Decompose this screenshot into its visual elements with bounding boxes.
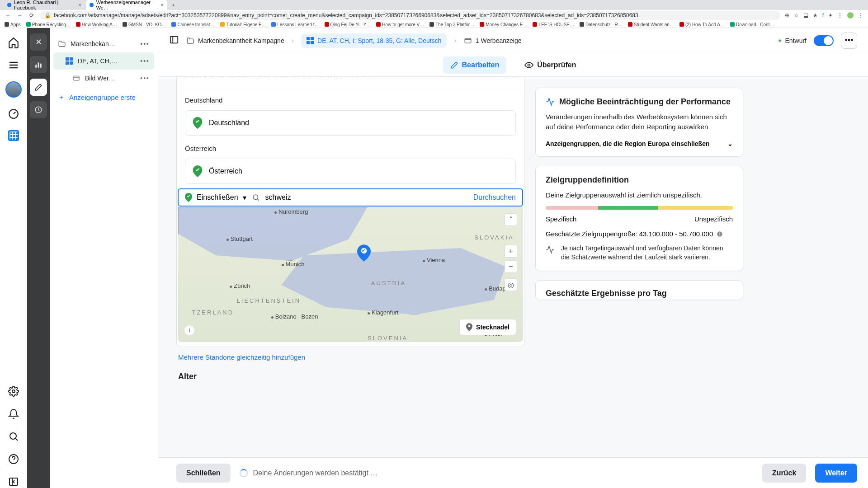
- info-icon[interactable]: i: [717, 231, 723, 237]
- map-zoom-in[interactable]: +: [505, 245, 517, 258]
- bookmark[interactable]: Datenschutz - R…: [580, 22, 623, 27]
- drop-pin-button[interactable]: Stecknadel: [459, 319, 516, 335]
- more-icon[interactable]: •••: [140, 40, 150, 47]
- panel-title: Zielgruppendefinition: [546, 175, 629, 185]
- more-icon[interactable]: •••: [140, 57, 150, 65]
- location-chip[interactable]: Deutschland: [185, 110, 516, 136]
- location-search-input[interactable]: [265, 193, 468, 202]
- breadcrumb-ad[interactable]: 1 Werbeanzeige: [464, 37, 522, 45]
- ext-icon[interactable]: ✦: [828, 12, 833, 19]
- dropdown-people-type[interactable]: Personen, die an diesem Ort wohnen oder …: [177, 77, 524, 87]
- add-adset-button[interactable]: ＋ Anzeigengruppe erste: [53, 87, 154, 108]
- bookmark[interactable]: Chinese translat…: [171, 22, 214, 27]
- map-city-label: Stuttgart: [226, 235, 253, 242]
- map-region: [178, 207, 368, 261]
- browser-tab[interactable]: Werbeanzeigenmanager - We… ×: [86, 0, 167, 10]
- fb-nav-rail: [0, 28, 27, 488]
- tab-review[interactable]: Überprüfen: [517, 56, 583, 74]
- tree-campaign[interactable]: Markenbekan… •••: [53, 35, 154, 52]
- bookmark[interactable]: Apps: [5, 22, 21, 27]
- url-text: facebook.com/adsmanager/manage/adsets/ed…: [54, 12, 638, 19]
- menu-icon[interactable]: ⋮: [858, 12, 863, 19]
- chart-icon[interactable]: [30, 56, 47, 73]
- activity-icon: [546, 245, 555, 254]
- map[interactable]: NurembergStuttgartMunichZürichViennaBolz…: [178, 206, 523, 342]
- home-icon[interactable]: [7, 36, 20, 49]
- status-dot-icon: [778, 39, 782, 42]
- map-info-icon[interactable]: i: [184, 325, 194, 335]
- tab-label: Bearbeiten: [462, 61, 500, 69]
- bookmark[interactable]: (2) How To Add A…: [679, 22, 725, 27]
- crumb-label: 1 Werbeanzeige: [476, 37, 522, 44]
- avatar-icon[interactable]: [847, 12, 854, 19]
- history-icon[interactable]: [30, 101, 47, 118]
- audience-gauge: [546, 206, 733, 210]
- bookmarks-bar: Apps Phone Recycling… How Working A… GMS…: [0, 21, 868, 28]
- breadcrumb-campaign[interactable]: Markenbekanntheit Kampagne: [186, 37, 284, 45]
- bookmark[interactable]: Qing Fei De Yi - Y…: [325, 22, 371, 27]
- more-button[interactable]: •••: [841, 33, 857, 49]
- map-zoom-out[interactable]: −: [505, 260, 517, 273]
- ext-icon[interactable]: ⋮: [837, 12, 843, 19]
- status-label: Entwurf: [785, 37, 807, 44]
- country-label: Deutschland: [177, 92, 524, 108]
- more-icon[interactable]: •••: [140, 75, 150, 82]
- ext-icon[interactable]: f: [822, 12, 824, 19]
- collapse-icon[interactable]: [7, 475, 20, 488]
- bookmark[interactable]: Money Changes E…: [480, 22, 527, 27]
- back-icon[interactable]: ←: [5, 12, 12, 19]
- install-icon[interactable]: ⬓: [803, 12, 808, 19]
- chevron-right-icon: ›: [292, 37, 294, 45]
- help-icon[interactable]: [7, 453, 20, 465]
- browse-button[interactable]: Durchsuchen: [473, 193, 516, 202]
- tab-edit[interactable]: Bearbeiten: [443, 56, 507, 74]
- include-mode-dropdown[interactable]: Einschließen ▾: [185, 193, 246, 202]
- back-button[interactable]: Zurück: [762, 464, 806, 483]
- close-button[interactable]: ✕: [30, 33, 47, 51]
- adset-icon: [65, 57, 73, 65]
- bookmark[interactable]: Download - Cont…: [730, 22, 774, 27]
- bookmark[interactable]: LEE 'S HOUSE…: [533, 22, 574, 27]
- reload-icon[interactable]: ⟳: [28, 12, 35, 19]
- gauge-icon[interactable]: [7, 108, 20, 120]
- close-icon[interactable]: ×: [160, 2, 164, 8]
- close-icon[interactable]: ×: [78, 2, 81, 8]
- bookmark[interactable]: Student Wants an…: [628, 22, 674, 27]
- next-button[interactable]: Weiter: [815, 464, 857, 483]
- tree-label: DE, AT, CH,…: [78, 57, 118, 65]
- bookmark-icon[interactable]: ★: [813, 12, 818, 19]
- search-icon[interactable]: [7, 430, 20, 443]
- publish-toggle[interactable]: [814, 35, 834, 46]
- close-button[interactable]: Schließen: [176, 464, 231, 483]
- gear-icon[interactable]: [7, 385, 20, 398]
- add-multiple-locations-link[interactable]: Mehrere Standorte gleichzeitig hinzufüge…: [176, 347, 524, 364]
- forward-icon[interactable]: →: [16, 12, 24, 19]
- share-icon[interactable]: ☆: [794, 12, 799, 19]
- map-city-label: Nuremberg: [274, 208, 308, 215]
- location-chip[interactable]: Österreich: [185, 159, 516, 184]
- browser-tab[interactable]: Leon R. Chaudhari | Facebook ×: [4, 0, 85, 10]
- ads-manager-icon[interactable]: [8, 130, 19, 141]
- tree-adset[interactable]: DE, AT, CH,… •••: [53, 52, 154, 70]
- bookmark[interactable]: Phone Recycling…: [26, 22, 71, 27]
- new-tab-button[interactable]: +: [168, 2, 178, 8]
- url-input[interactable]: 🔒 facebook.com/adsmanager/manage/adsets/…: [40, 11, 780, 20]
- bookmark[interactable]: GMSN - VOLKO…: [123, 22, 166, 27]
- map-locate-icon[interactable]: ◎: [505, 278, 517, 291]
- breadcrumb-adset[interactable]: DE, AT, CH, I: Sport, 18-35, G: Alle, De…: [301, 33, 447, 48]
- panel-toggle-icon[interactable]: [169, 35, 179, 47]
- avatar[interactable]: [5, 81, 22, 98]
- bell-icon[interactable]: [7, 408, 20, 420]
- tree-ad[interactable]: Bild Wer… •••: [53, 70, 154, 87]
- map-collapse-icon[interactable]: ˄: [505, 213, 517, 226]
- bookmark[interactable]: Lessons Learned f…: [271, 22, 319, 27]
- edit-icon[interactable]: [30, 79, 47, 96]
- bookmark[interactable]: How Working A…: [76, 22, 117, 27]
- expand-row[interactable]: Anzeigengruppen, die die Region Europa e…: [546, 140, 733, 147]
- dropdown-label: Personen, die an diesem Ort wohnen oder …: [185, 77, 371, 79]
- zoom-icon[interactable]: ⊕: [785, 12, 789, 19]
- bookmark[interactable]: Tutorial: Eigene F…: [220, 22, 266, 27]
- bookmark[interactable]: How to get more V…: [376, 22, 424, 27]
- bookmark[interactable]: The Top 3 Platfor…: [429, 22, 474, 27]
- menu-icon[interactable]: [7, 59, 20, 71]
